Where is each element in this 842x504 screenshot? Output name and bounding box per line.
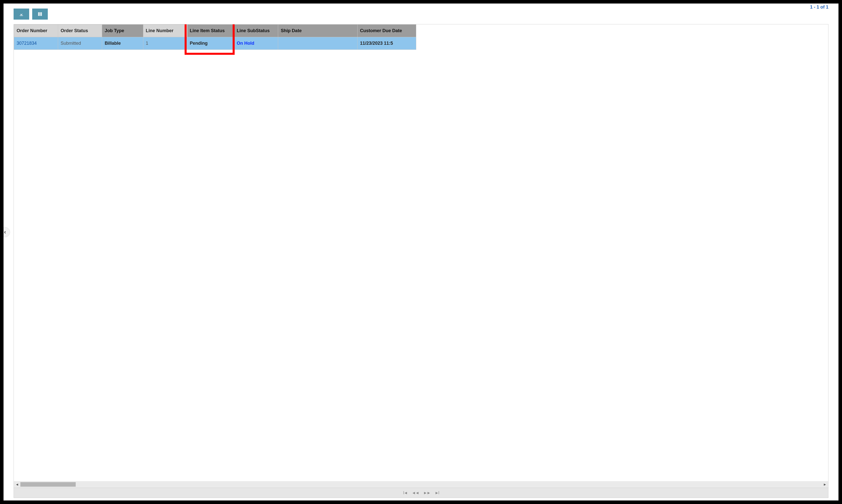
pagination-info: 1 - 1 of 1: [810, 4, 828, 10]
download-button[interactable]: [14, 8, 29, 20]
pager-next-button[interactable]: ►►: [423, 491, 430, 495]
table-row[interactable]: 30721834SubmittedBillable1PendingOn Hold…: [14, 37, 416, 50]
content-area: 1 - 1 of 1 Order NumberOrder StatusJob T…: [3, 3, 839, 501]
column-header[interactable]: Line Number: [143, 24, 187, 37]
cell-line-number: 1: [143, 37, 187, 50]
scroll-right-arrow-icon[interactable]: ►: [822, 482, 828, 486]
toolbar: [14, 8, 828, 20]
column-header[interactable]: Job Type: [102, 24, 143, 37]
app-frame: ‹ 1 - 1 of 1 Order NumberOrder StatusJob…: [0, 0, 842, 504]
cell-order-number[interactable]: 30721834: [14, 37, 58, 50]
grid-scroll-viewport: Order NumberOrder StatusJob TypeLine Num…: [14, 24, 828, 481]
cell-line-item-status: Pending: [187, 37, 234, 50]
horizontal-scrollbar[interactable]: ◄ ►: [14, 481, 828, 488]
column-header[interactable]: Ship Date: [278, 24, 357, 37]
cell-customer-due-date: 11/23/2023 11:5: [357, 37, 416, 50]
columns-icon: [37, 11, 43, 17]
pager-first-button[interactable]: I◄: [403, 491, 407, 495]
column-header[interactable]: Order Status: [58, 24, 102, 37]
cell-line-substatus[interactable]: On Hold: [234, 37, 278, 50]
column-header[interactable]: Line SubStatus: [234, 24, 278, 37]
pager-last-button[interactable]: ►I: [435, 491, 439, 495]
cell-ship-date: [278, 37, 357, 50]
scroll-left-arrow-icon[interactable]: ◄: [14, 482, 20, 486]
cell-order-status: Submitted: [58, 37, 102, 50]
pager-prev-button[interactable]: ◄◄: [412, 491, 419, 495]
pager: I◄ ◄◄ ►► ►I: [14, 488, 828, 498]
download-icon: [19, 11, 24, 17]
scroll-thumb[interactable]: [20, 482, 76, 487]
column-header[interactable]: Line Item Status: [187, 24, 234, 37]
columns-button[interactable]: [32, 8, 48, 20]
data-grid: Order NumberOrder StatusJob TypeLine Num…: [14, 24, 828, 498]
cell-job-type: Billable: [102, 37, 143, 50]
column-header[interactable]: Customer Due Date: [357, 24, 416, 37]
scroll-track[interactable]: [20, 482, 822, 487]
column-header[interactable]: Order Number: [14, 24, 58, 37]
